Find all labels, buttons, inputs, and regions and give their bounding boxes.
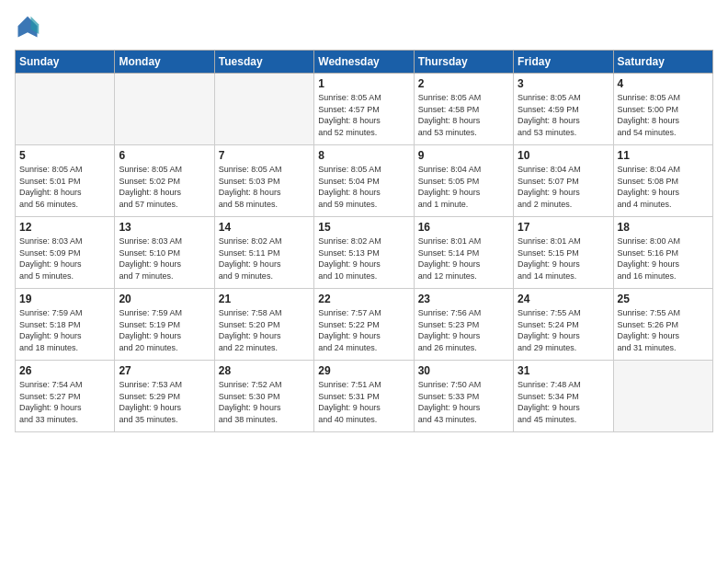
day-info: Sunrise: 7:58 AM Sunset: 5:20 PM Dayligh…: [219, 307, 310, 353]
day-number: 2: [418, 77, 509, 90]
day-number: 18: [618, 221, 709, 234]
day-cell: 18Sunrise: 8:00 AM Sunset: 5:16 PM Dayli…: [613, 217, 712, 289]
day-number: 9: [418, 149, 509, 162]
col-header-thursday: Thursday: [414, 51, 513, 74]
day-info: Sunrise: 8:05 AM Sunset: 5:01 PM Dayligh…: [19, 164, 110, 210]
day-number: 4: [618, 77, 709, 90]
day-info: Sunrise: 7:48 AM Sunset: 5:34 PM Dayligh…: [518, 379, 609, 425]
week-row-2: 12Sunrise: 8:03 AM Sunset: 5:09 PM Dayli…: [16, 217, 713, 289]
day-number: 28: [219, 364, 310, 377]
day-cell: 2Sunrise: 8:05 AM Sunset: 4:58 PM Daylig…: [414, 74, 513, 145]
day-info: Sunrise: 7:56 AM Sunset: 5:23 PM Dayligh…: [418, 307, 509, 353]
col-header-monday: Monday: [115, 51, 214, 74]
day-info: Sunrise: 7:59 AM Sunset: 5:18 PM Dayligh…: [19, 307, 110, 353]
day-cell: 7Sunrise: 8:05 AM Sunset: 5:03 PM Daylig…: [214, 145, 313, 217]
day-info: Sunrise: 7:53 AM Sunset: 5:29 PM Dayligh…: [119, 379, 210, 425]
day-number: 15: [318, 221, 409, 234]
day-cell: 23Sunrise: 7:56 AM Sunset: 5:23 PM Dayli…: [414, 289, 513, 361]
day-cell: [613, 361, 712, 432]
day-number: 3: [518, 77, 609, 90]
calendar-table: SundayMondayTuesdayWednesdayThursdayFrid…: [15, 50, 713, 432]
day-cell: 31Sunrise: 7:48 AM Sunset: 5:34 PM Dayli…: [514, 361, 613, 432]
day-info: Sunrise: 8:04 AM Sunset: 5:05 PM Dayligh…: [418, 164, 509, 210]
day-cell: 10Sunrise: 8:04 AM Sunset: 5:07 PM Dayli…: [514, 145, 613, 217]
day-number: 13: [119, 221, 210, 234]
day-cell: 28Sunrise: 7:52 AM Sunset: 5:30 PM Dayli…: [214, 361, 313, 432]
day-cell: 29Sunrise: 7:51 AM Sunset: 5:31 PM Dayli…: [314, 361, 414, 432]
day-number: 10: [518, 149, 609, 162]
day-number: 19: [19, 293, 110, 305]
day-info: Sunrise: 8:01 AM Sunset: 5:15 PM Dayligh…: [518, 236, 609, 282]
day-number: 17: [518, 221, 609, 234]
day-info: Sunrise: 7:51 AM Sunset: 5:31 PM Dayligh…: [318, 379, 409, 425]
day-number: 7: [219, 149, 310, 162]
day-info: Sunrise: 8:05 AM Sunset: 5:03 PM Dayligh…: [219, 164, 310, 210]
day-cell: 17Sunrise: 8:01 AM Sunset: 5:15 PM Dayli…: [514, 217, 613, 289]
day-info: Sunrise: 7:54 AM Sunset: 5:27 PM Dayligh…: [19, 379, 110, 425]
day-info: Sunrise: 7:57 AM Sunset: 5:22 PM Dayligh…: [318, 307, 409, 353]
day-cell: 24Sunrise: 7:55 AM Sunset: 5:24 PM Dayli…: [514, 289, 613, 361]
day-info: Sunrise: 8:02 AM Sunset: 5:11 PM Dayligh…: [219, 236, 310, 282]
day-cell: 22Sunrise: 7:57 AM Sunset: 5:22 PM Dayli…: [314, 289, 414, 361]
day-cell: [214, 74, 313, 145]
day-cell: [16, 74, 115, 145]
day-info: Sunrise: 8:01 AM Sunset: 5:14 PM Dayligh…: [418, 236, 509, 282]
day-info: Sunrise: 8:05 AM Sunset: 5:02 PM Dayligh…: [119, 164, 210, 210]
day-number: 30: [418, 364, 509, 377]
logo: [15, 15, 44, 40]
day-info: Sunrise: 8:03 AM Sunset: 5:10 PM Dayligh…: [119, 236, 210, 282]
week-row-1: 5Sunrise: 8:05 AM Sunset: 5:01 PM Daylig…: [16, 145, 713, 217]
day-cell: 19Sunrise: 7:59 AM Sunset: 5:18 PM Dayli…: [16, 289, 115, 361]
day-cell: 15Sunrise: 8:02 AM Sunset: 5:13 PM Dayli…: [314, 217, 414, 289]
header: [15, 15, 713, 40]
day-cell: 9Sunrise: 8:04 AM Sunset: 5:05 PM Daylig…: [414, 145, 513, 217]
day-cell: 8Sunrise: 8:05 AM Sunset: 5:04 PM Daylig…: [314, 145, 414, 217]
day-cell: 26Sunrise: 7:54 AM Sunset: 5:27 PM Dayli…: [16, 361, 115, 432]
day-number: 21: [219, 293, 310, 305]
day-number: 25: [618, 293, 709, 305]
day-cell: 1Sunrise: 8:05 AM Sunset: 4:57 PM Daylig…: [314, 74, 414, 145]
col-header-wednesday: Wednesday: [314, 51, 414, 74]
week-row-4: 26Sunrise: 7:54 AM Sunset: 5:27 PM Dayli…: [16, 361, 713, 432]
calendar-header-row: SundayMondayTuesdayWednesdayThursdayFrid…: [16, 51, 713, 74]
col-header-tuesday: Tuesday: [214, 51, 313, 74]
col-header-saturday: Saturday: [613, 51, 712, 74]
day-info: Sunrise: 8:03 AM Sunset: 5:09 PM Dayligh…: [19, 236, 110, 282]
col-header-friday: Friday: [514, 51, 613, 74]
day-info: Sunrise: 7:50 AM Sunset: 5:33 PM Dayligh…: [418, 379, 509, 425]
day-info: Sunrise: 7:52 AM Sunset: 5:30 PM Dayligh…: [219, 379, 310, 425]
day-info: Sunrise: 8:05 AM Sunset: 4:59 PM Dayligh…: [518, 92, 609, 138]
day-info: Sunrise: 8:02 AM Sunset: 5:13 PM Dayligh…: [318, 236, 409, 282]
day-info: Sunrise: 8:05 AM Sunset: 4:58 PM Dayligh…: [418, 92, 509, 138]
day-info: Sunrise: 8:04 AM Sunset: 5:07 PM Dayligh…: [518, 164, 609, 210]
day-cell: 6Sunrise: 8:05 AM Sunset: 5:02 PM Daylig…: [115, 145, 214, 217]
day-cell: 11Sunrise: 8:04 AM Sunset: 5:08 PM Dayli…: [613, 145, 712, 217]
day-number: 1: [318, 77, 409, 90]
day-info: Sunrise: 8:00 AM Sunset: 5:16 PM Dayligh…: [618, 236, 709, 282]
day-number: 23: [418, 293, 509, 305]
day-cell: 4Sunrise: 8:05 AM Sunset: 5:00 PM Daylig…: [613, 74, 712, 145]
day-info: Sunrise: 8:04 AM Sunset: 5:08 PM Dayligh…: [618, 164, 709, 210]
day-number: 8: [318, 149, 409, 162]
day-number: 22: [318, 293, 409, 305]
day-cell: 27Sunrise: 7:53 AM Sunset: 5:29 PM Dayli…: [115, 361, 214, 432]
day-cell: 13Sunrise: 8:03 AM Sunset: 5:10 PM Dayli…: [115, 217, 214, 289]
day-info: Sunrise: 8:05 AM Sunset: 4:57 PM Dayligh…: [318, 92, 409, 138]
day-info: Sunrise: 7:59 AM Sunset: 5:19 PM Dayligh…: [119, 307, 210, 353]
day-number: 31: [518, 364, 609, 377]
day-number: 5: [19, 149, 110, 162]
day-number: 14: [219, 221, 310, 234]
day-number: 26: [19, 364, 110, 377]
day-number: 12: [19, 221, 110, 234]
day-cell: 21Sunrise: 7:58 AM Sunset: 5:20 PM Dayli…: [214, 289, 313, 361]
day-info: Sunrise: 8:05 AM Sunset: 5:04 PM Dayligh…: [318, 164, 409, 210]
day-cell: 25Sunrise: 7:55 AM Sunset: 5:26 PM Dayli…: [613, 289, 712, 361]
day-number: 6: [119, 149, 210, 162]
day-number: 29: [318, 364, 409, 377]
day-number: 24: [518, 293, 609, 305]
day-cell: 3Sunrise: 8:05 AM Sunset: 4:59 PM Daylig…: [514, 74, 613, 145]
day-info: Sunrise: 8:05 AM Sunset: 5:00 PM Dayligh…: [618, 92, 709, 138]
day-cell: 12Sunrise: 8:03 AM Sunset: 5:09 PM Dayli…: [16, 217, 115, 289]
day-number: 27: [119, 364, 210, 377]
day-cell: 5Sunrise: 8:05 AM Sunset: 5:01 PM Daylig…: [16, 145, 115, 217]
